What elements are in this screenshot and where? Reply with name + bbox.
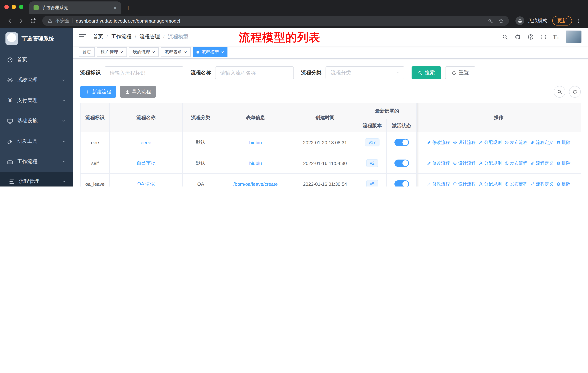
tag-close-icon[interactable] xyxy=(152,50,155,54)
active-switch[interactable] xyxy=(394,139,409,146)
cell-created-time: 2022-01-16 01:30:54 xyxy=(292,173,358,186)
action-design-process[interactable]: 设计流程 xyxy=(453,139,476,146)
app-logo[interactable]: 芋道管理系统 xyxy=(0,28,73,50)
page-content: 流程标识 流程名称 流程分类 流程分类 xyxy=(73,59,588,186)
font-size-icon[interactable] xyxy=(553,34,559,40)
action-delete-process[interactable]: 删除 xyxy=(556,160,570,166)
table-toolbar: 新建流程 导入流程 xyxy=(80,86,581,98)
user-avatar[interactable] xyxy=(566,30,582,43)
sidebar-item-devtools[interactable]: 研发工具 xyxy=(0,131,73,151)
browser-menu-icon[interactable] xyxy=(573,16,584,26)
version-tag: v5 xyxy=(366,180,378,186)
forward-button[interactable] xyxy=(16,16,26,26)
reset-button[interactable]: 重置 xyxy=(445,66,475,80)
toggle-search-button[interactable] xyxy=(554,86,565,98)
process-name-link[interactable]: OA 请假 xyxy=(137,181,155,186)
action-delete-process[interactable]: 删除 xyxy=(556,139,570,146)
help-icon[interactable] xyxy=(527,34,534,40)
new-tab-button[interactable] xyxy=(126,4,130,11)
tag-close-icon[interactable] xyxy=(221,50,224,54)
tag-process-model[interactable]: 流程模型 xyxy=(193,47,228,57)
tag-close-icon[interactable] xyxy=(120,50,123,54)
import-process-button[interactable]: 导入流程 xyxy=(120,86,156,98)
action-assign-rule[interactable]: 分配规则 xyxy=(479,181,502,186)
cell-process-key: eee xyxy=(80,132,110,153)
tag-home[interactable]: 首页 xyxy=(79,47,95,57)
action-edit-process[interactable]: 修改流程 xyxy=(427,139,450,146)
action-assign-rule[interactable]: 分配规则 xyxy=(479,139,502,146)
chevron-down-icon xyxy=(62,78,66,82)
process-key-input[interactable] xyxy=(105,66,183,80)
refresh-table-button[interactable] xyxy=(569,86,581,98)
tag-process-form[interactable]: 流程表单 xyxy=(161,47,190,57)
github-icon[interactable] xyxy=(515,34,521,40)
action-publish-process[interactable]: 发布流程 xyxy=(504,181,527,186)
tag-close-icon[interactable] xyxy=(184,50,187,54)
reload-button[interactable] xyxy=(28,16,38,26)
sidebar-item-home[interactable]: 首页 xyxy=(0,50,73,70)
action-process-definition[interactable]: 流程定义 xyxy=(530,139,553,146)
not-secure-icon xyxy=(47,18,52,23)
bookmark-star-icon[interactable] xyxy=(498,18,504,23)
tab-close-icon[interactable] xyxy=(113,5,117,10)
breadcrumb-workflow[interactable]: 工作流程 xyxy=(103,33,132,40)
action-publish-process[interactable]: 发布流程 xyxy=(504,160,527,166)
chevron-down-icon xyxy=(62,139,66,143)
action-assign-rule[interactable]: 分配规则 xyxy=(479,160,502,166)
browser-update-button[interactable]: 更新 xyxy=(552,16,572,26)
action-edit-process[interactable]: 修改流程 xyxy=(427,160,450,166)
sidebar-item-workflow[interactable]: 工作流程 xyxy=(0,151,73,172)
create-process-button[interactable]: 新建流程 xyxy=(80,86,116,98)
back-button[interactable] xyxy=(4,16,15,26)
minimize-window-button[interactable] xyxy=(12,5,16,9)
filter-category-label: 流程分类 xyxy=(301,70,322,76)
sidebar-item-system[interactable]: 系统管理 xyxy=(0,70,73,90)
search-button[interactable]: 搜索 xyxy=(411,66,441,80)
close-window-button[interactable] xyxy=(4,5,9,9)
col-header-active-status: 激活状态 xyxy=(387,119,417,132)
tab-favicon-icon xyxy=(33,5,39,10)
category-select[interactable]: 流程分类 xyxy=(326,66,404,80)
form-info-link[interactable]: biubiu xyxy=(249,161,262,166)
action-delete-process[interactable]: 删除 xyxy=(556,181,570,186)
process-name-link[interactable]: 自己审批 xyxy=(136,160,156,166)
tag-my-process[interactable]: 我的流程 xyxy=(129,47,158,57)
home-icon xyxy=(7,57,13,63)
cell-category: OA xyxy=(182,173,219,186)
sidebar-item-payment[interactable]: 支付管理 xyxy=(0,90,73,111)
active-switch[interactable] xyxy=(394,180,409,186)
active-switch[interactable] xyxy=(394,160,409,167)
action-design-process[interactable]: 设计流程 xyxy=(453,181,476,186)
breadcrumb-home[interactable]: 首页 xyxy=(93,33,103,40)
chevron-down-icon xyxy=(62,98,66,103)
process-name-input[interactable] xyxy=(215,66,294,80)
process-name-link[interactable]: eeee xyxy=(141,140,151,145)
password-key-icon[interactable] xyxy=(488,18,493,23)
tab-title: 芋道管理系统 xyxy=(42,5,110,11)
upload-icon xyxy=(125,90,130,94)
form-info-link[interactable]: biubiu xyxy=(249,140,262,145)
maximize-window-button[interactable] xyxy=(19,5,23,9)
action-publish-process[interactable]: 发布流程 xyxy=(504,139,527,146)
action-process-definition[interactable]: 流程定义 xyxy=(530,160,553,166)
col-header-latest-deploy-group: 最新部署的 xyxy=(358,103,417,119)
action-edit-process[interactable]: 修改流程 xyxy=(427,181,450,186)
sidebar-item-process-management[interactable]: 流程管理 xyxy=(0,172,73,186)
action-design-process[interactable]: 设计流程 xyxy=(453,160,476,166)
sidebar-collapse-button[interactable] xyxy=(79,34,86,39)
browser-tab[interactable]: 芋道管理系统 xyxy=(29,1,121,14)
crosshair-icon xyxy=(453,140,457,145)
col-header-operations: 操作 xyxy=(417,103,581,132)
search-icon[interactable] xyxy=(502,34,508,40)
fullscreen-icon[interactable] xyxy=(540,34,546,40)
browser-tabstrip: 芋道管理系统 xyxy=(0,0,588,14)
link-icon xyxy=(530,140,535,145)
address-bar[interactable]: 不安全 dashboard.yudao.iocoder.cn/bpm/manag… xyxy=(42,16,509,26)
tag-tenant-management[interactable]: 租户管理 xyxy=(97,47,127,57)
sidebar-item-infrastructure[interactable]: 基础设施 xyxy=(0,111,73,131)
breadcrumb-process-management[interactable]: 流程管理 xyxy=(132,33,160,40)
action-process-definition[interactable]: 流程定义 xyxy=(530,181,553,186)
form-info-link[interactable]: /bpm/oa/leave/create xyxy=(233,181,278,186)
plus-icon xyxy=(85,90,90,94)
table-row: oa_leave OA 请假 OA /bpm/oa/leave/create 2… xyxy=(80,173,581,186)
